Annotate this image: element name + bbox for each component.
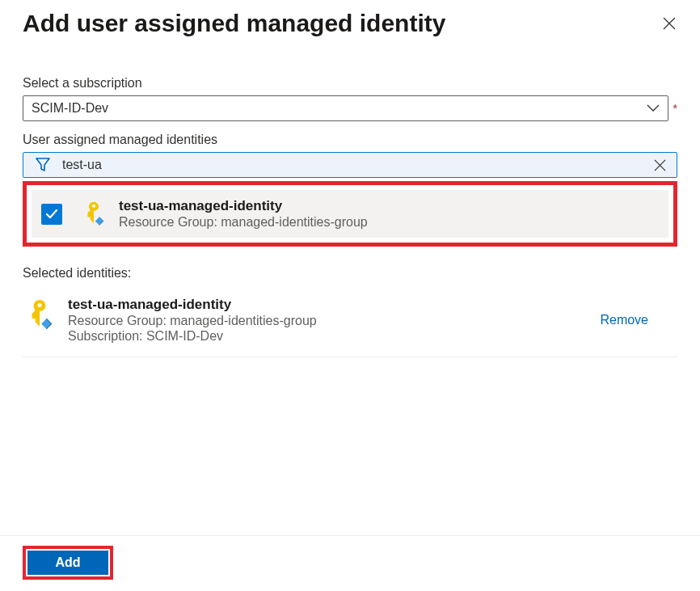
result-highlight: test-ua-managed-identity Resource Group:…	[23, 181, 677, 247]
identity-checkbox[interactable]	[41, 204, 62, 225]
identity-resource-group: Resource Group: managed-identities-group	[119, 215, 368, 230]
add-button[interactable]: Add	[27, 551, 108, 575]
subscription-value: SCIM-ID-Dev	[32, 101, 108, 116]
identity-result-row[interactable]: test-ua-managed-identity Resource Group:…	[32, 190, 668, 238]
subscription-dropdown[interactable]: SCIM-ID-Dev	[23, 95, 668, 121]
svg-point-1	[37, 303, 41, 307]
page-title: Add user assigned managed identity	[23, 10, 445, 37]
close-icon	[654, 159, 666, 171]
add-button-highlight: Add	[23, 546, 113, 580]
close-icon	[663, 17, 676, 30]
checkmark-icon	[45, 208, 58, 221]
selected-identity-subscription: Subscription: SCIM-ID-Dev	[68, 329, 600, 344]
managed-identity-icon	[23, 298, 57, 332]
managed-identity-icon	[80, 201, 108, 228]
filter-icon	[35, 157, 51, 173]
close-button[interactable]	[661, 15, 677, 32]
required-indicator: *	[673, 102, 677, 115]
identity-name: test-ua-managed-identity	[119, 198, 368, 214]
selected-identity-name: test-ua-managed-identity	[68, 297, 600, 313]
identities-filter	[23, 152, 677, 178]
filter-button[interactable]	[23, 153, 62, 177]
remove-link[interactable]: Remove	[600, 313, 648, 327]
chevron-down-icon	[647, 104, 660, 112]
subscription-label: Select a subscription	[23, 76, 677, 91]
footer: Add	[0, 535, 700, 591]
selected-label: Selected identities:	[23, 266, 677, 281]
clear-filter-button[interactable]	[643, 153, 677, 177]
filter-input[interactable]	[62, 153, 643, 177]
svg-point-0	[92, 204, 95, 207]
selected-identity-row: test-ua-managed-identity Resource Group:…	[23, 293, 677, 357]
identities-label: User assigned managed identities	[23, 133, 677, 147]
selected-identity-resource-group: Resource Group: managed-identities-group	[68, 314, 600, 328]
